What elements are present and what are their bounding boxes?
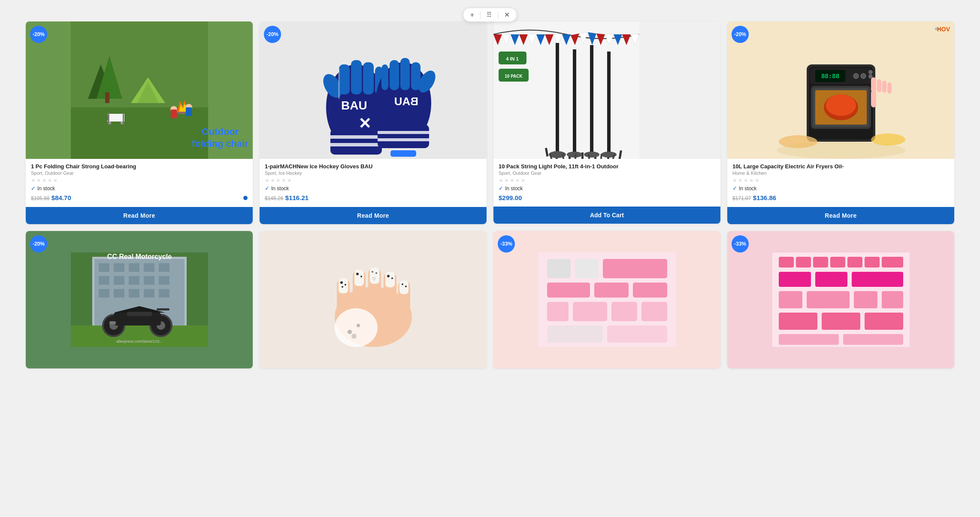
read-more-button-airfryer[interactable]: Read More xyxy=(727,207,954,224)
product-card-hockey-gloves: -20% xyxy=(260,21,487,224)
svg-point-166 xyxy=(357,324,360,327)
star-4: ★ xyxy=(515,177,520,183)
read-more-button-folding-chair[interactable]: Read More xyxy=(26,207,253,224)
svg-rect-114 xyxy=(114,263,124,272)
svg-rect-169 xyxy=(547,259,571,278)
star-3: ★ xyxy=(510,177,514,183)
svg-rect-196 xyxy=(779,313,817,330)
check-icon: ✓ xyxy=(732,185,737,192)
star-5: ★ xyxy=(521,177,526,183)
svg-rect-192 xyxy=(779,291,802,308)
star-4: ★ xyxy=(48,177,52,183)
svg-rect-66 xyxy=(556,43,559,155)
star-4: ★ xyxy=(749,177,754,183)
price-new-hockey: $116.21 xyxy=(285,194,309,201)
discount-badge: -20% xyxy=(30,26,47,43)
svg-rect-193 xyxy=(807,291,850,308)
star-2: ★ xyxy=(270,177,275,183)
product-title-pole: 10 Pack String Light Pole, 11ft 4-in-1 O… xyxy=(499,163,715,170)
product-card-nails: ♡ xyxy=(260,231,487,368)
star-2: ★ xyxy=(36,177,41,183)
product-card-airfryer: -20% HOV ✏ xyxy=(727,21,954,224)
svg-rect-23 xyxy=(330,135,382,139)
stock-status-pole: ✓ In stock xyxy=(499,185,715,192)
star-3: ★ xyxy=(744,177,748,183)
product-category: Sport, Outdoor Gear xyxy=(31,170,248,176)
svg-point-100 xyxy=(861,73,866,79)
discount-badge-hockey: -20% xyxy=(264,26,281,43)
svg-point-104 xyxy=(871,134,905,146)
svg-rect-197 xyxy=(822,313,860,330)
svg-rect-135 xyxy=(157,308,169,310)
product-image-airfryer: -20% HOV ✏ xyxy=(727,21,954,159)
product-image-motorcycle: -20% xyxy=(26,231,253,368)
stock-status-hockey: ✓ In stock xyxy=(265,185,481,192)
svg-rect-180 xyxy=(607,325,667,343)
product-info-pole: 10 Pack String Light Pole, 11ft 4-in-1 O… xyxy=(493,159,720,207)
svg-rect-200 xyxy=(843,334,903,345)
price-row-pole: $299.00 xyxy=(499,194,715,201)
svg-point-163 xyxy=(405,286,407,287)
svg-rect-170 xyxy=(575,259,599,278)
svg-rect-69 xyxy=(607,52,611,155)
svg-text:♡: ♡ xyxy=(372,277,375,281)
svg-rect-107 xyxy=(877,79,881,92)
svg-text:✕: ✕ xyxy=(358,115,371,132)
toolbar-divider-2 xyxy=(498,11,498,19)
product-image-tray2: -33% xyxy=(727,231,954,368)
price-new-airfryer: $136.86 xyxy=(753,194,776,201)
svg-point-162 xyxy=(402,283,403,285)
svg-point-79 xyxy=(584,152,599,158)
price-old: $105.88 xyxy=(31,195,49,201)
star-2: ★ xyxy=(504,177,509,183)
svg-rect-115 xyxy=(129,263,139,272)
svg-rect-116 xyxy=(144,263,154,272)
svg-rect-117 xyxy=(159,263,169,272)
svg-rect-179 xyxy=(547,325,603,343)
svg-rect-136 xyxy=(127,312,152,316)
svg-rect-43 xyxy=(390,150,416,157)
svg-point-99 xyxy=(853,73,859,79)
svg-point-103 xyxy=(779,135,817,148)
grid-icon[interactable]: ⠿ xyxy=(487,11,492,19)
svg-rect-68 xyxy=(590,45,593,155)
product-info-airfryer: 10L Large Capacity Electric Air Fryers O… xyxy=(727,159,954,207)
discount-badge-tray1: -33% xyxy=(498,235,515,252)
svg-rect-175 xyxy=(547,302,569,321)
product-image-hockey: -20% xyxy=(260,21,487,159)
check-icon: ✓ xyxy=(499,185,503,192)
svg-rect-124 xyxy=(114,289,124,298)
svg-rect-189 xyxy=(779,272,811,287)
product-card-folding-chair: -20% xyxy=(26,21,253,224)
svg-point-149 xyxy=(345,284,346,286)
svg-rect-186 xyxy=(847,257,862,268)
star-4: ★ xyxy=(281,177,286,183)
product-title: 1 Pc Folding Chair Strong Load-bearing xyxy=(31,163,248,170)
product-image-nails: ♡ xyxy=(260,231,487,368)
svg-rect-137 xyxy=(109,321,116,325)
stock-label: In stock xyxy=(271,186,289,192)
stock-label: In stock xyxy=(37,186,55,192)
product-stars-airfryer: ★ ★ ★ ★ ★ xyxy=(732,177,949,183)
read-more-button-hockey[interactable]: Read More xyxy=(260,207,487,224)
add-icon[interactable]: + xyxy=(470,11,474,19)
svg-rect-151 xyxy=(354,270,364,286)
add-to-cart-button-pole[interactable]: Add To Cart xyxy=(493,207,720,224)
svg-rect-188 xyxy=(882,257,903,268)
svg-rect-184 xyxy=(813,257,828,268)
svg-point-78 xyxy=(567,152,582,158)
svg-rect-172 xyxy=(547,283,590,298)
star-3: ★ xyxy=(42,177,47,183)
svg-rect-158 xyxy=(385,272,395,287)
svg-rect-173 xyxy=(594,283,629,298)
svg-rect-120 xyxy=(129,276,139,285)
star-5: ★ xyxy=(755,177,759,183)
product-title-hockey: 1-pairMACHNew Ice Hockey Gloves BAU xyxy=(265,163,481,170)
svg-rect-127 xyxy=(159,289,169,298)
stock-status: ✓ In stock xyxy=(31,185,248,192)
svg-rect-122 xyxy=(159,276,169,285)
close-icon[interactable]: ✕ xyxy=(504,11,510,19)
svg-rect-126 xyxy=(144,289,154,298)
star-1: ★ xyxy=(265,177,269,183)
product-title-airfryer: 10L Large Capacity Electric Air Fryers O… xyxy=(732,163,949,170)
